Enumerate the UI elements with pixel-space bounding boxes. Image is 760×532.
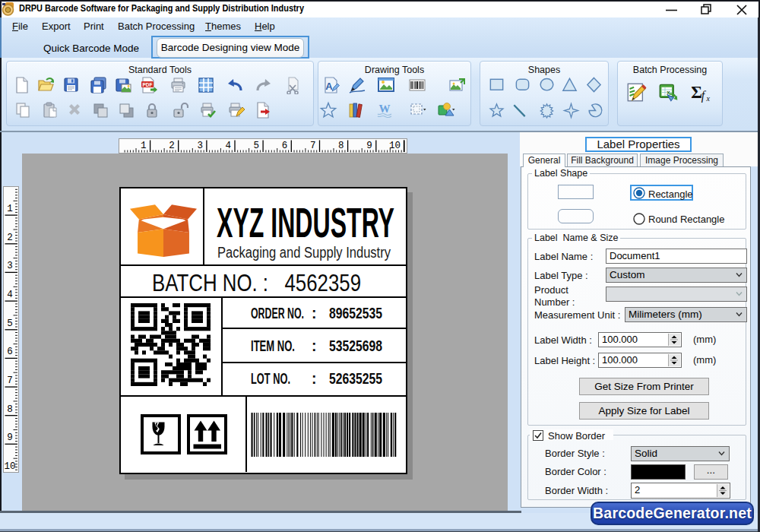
svg-text:2: 2 [169,141,175,151]
svg-text:10: 10 [389,141,401,151]
svg-text::: : [312,305,317,321]
svg-text:89652535: 89652535 [329,305,382,321]
svg-text:Σ: Σ [691,83,702,102]
svg-text:LOT NO.: LOT NO. [251,370,290,387]
svg-text:8: 8 [338,141,344,151]
svg-text:3: 3 [7,261,13,271]
svg-text::: : [312,370,317,387]
svg-text:ORDER NO.: ORDER NO. [251,305,304,321]
svg-text:x: x [705,94,710,103]
svg-text:Packaging and Supply Industry: Packaging and Supply Industry [217,243,391,261]
svg-text:XYZ INDUSTRY: XYZ INDUSTRY [217,199,394,246]
svg-text::: : [312,337,317,354]
svg-text:7: 7 [7,375,13,386]
svg-text:ITEM NO.: ITEM NO. [251,337,295,354]
svg-text:5: 5 [7,318,13,329]
svg-text:2: 2 [7,233,13,243]
svg-text:52635255: 52635255 [329,370,382,387]
svg-text:4: 4 [7,290,13,300]
svg-text:BATCH NO. : 4562359: BATCH NO. : 4562359 [152,270,361,296]
svg-text:5: 5 [254,141,260,151]
svg-text:6: 6 [7,347,13,357]
svg-text:9: 9 [366,141,372,151]
svg-text:8: 8 [7,404,13,415]
svg-text:PDF: PDF [143,82,153,87]
svg-text:W: W [379,103,391,115]
svg-text:3: 3 [197,141,203,151]
svg-text:10: 10 [4,461,15,472]
svg-text:A: A [325,81,333,92]
svg-text:9: 9 [7,432,13,443]
svg-text:7: 7 [310,141,316,151]
svg-text:1: 1 [7,204,13,214]
svg-text:53525698: 53525698 [329,337,382,354]
svg-text:6: 6 [282,141,288,151]
svg-text:1: 1 [141,141,147,151]
svg-text:4: 4 [225,141,231,151]
